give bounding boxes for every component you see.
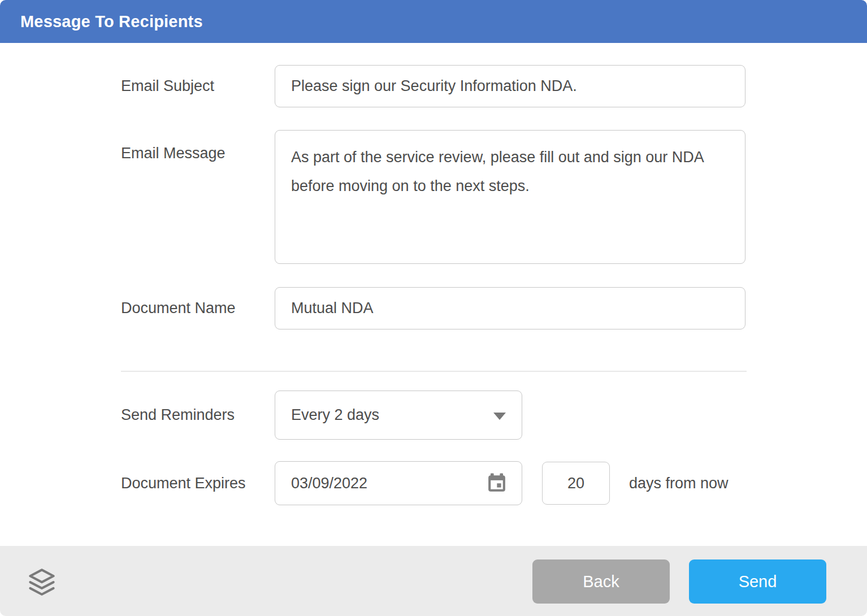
send-reminders-selected-value: Every 2 days xyxy=(291,406,379,424)
expiry-days-input[interactable] xyxy=(542,462,610,505)
email-subject-input[interactable] xyxy=(275,65,745,107)
calendar-icon[interactable] xyxy=(485,472,508,494)
document-name-input[interactable] xyxy=(275,287,745,329)
dialog-footer: Back Send xyxy=(0,546,867,616)
dialog-header: Message To Recipients xyxy=(0,0,867,43)
send-reminders-label: Send Reminders xyxy=(121,391,235,440)
email-message-textarea[interactable]: As part of the service review, please fi… xyxy=(275,130,745,264)
email-message-label: Email Message xyxy=(121,131,226,175)
expiry-date-input[interactable] xyxy=(291,475,449,492)
layers-icon xyxy=(27,565,57,598)
document-name-label: Document Name xyxy=(121,287,236,329)
send-button[interactable]: Send xyxy=(689,559,826,604)
dialog-title: Message To Recipients xyxy=(20,12,203,31)
section-divider xyxy=(121,371,747,372)
days-from-now-label: days from now xyxy=(629,461,729,505)
message-to-recipients-dialog: Message To Recipients Email Subject Emai… xyxy=(0,0,867,616)
chevron-down-icon xyxy=(493,413,506,420)
back-button[interactable]: Back xyxy=(532,559,670,604)
send-reminders-select[interactable]: Every 2 days xyxy=(275,391,522,440)
email-subject-label: Email Subject xyxy=(121,65,214,107)
document-expires-label: Document Expires xyxy=(121,461,246,505)
expiry-date-field[interactable] xyxy=(275,461,522,505)
